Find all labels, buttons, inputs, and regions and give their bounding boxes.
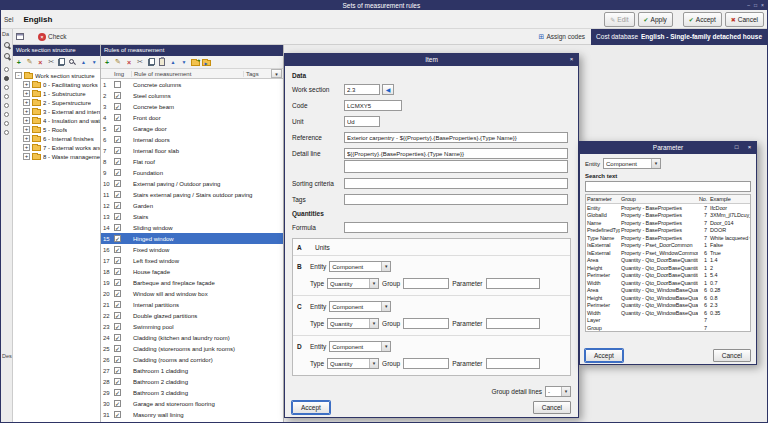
rule-checkbox[interactable]: ✓ (114, 180, 121, 187)
detail-line-input[interactable] (344, 148, 568, 159)
rule-checkbox[interactable]: ✓ (114, 400, 121, 407)
parameter-row[interactable]: Type NameProperty - BaseProperties7White… (586, 234, 750, 242)
rule-row[interactable]: 16✓Fixed window (101, 244, 283, 255)
rule-checkbox[interactable]: ✓ (114, 246, 121, 253)
view-option-radio[interactable] (4, 67, 9, 72)
close-icon[interactable]: × (743, 142, 756, 154)
type-select[interactable]: Quantity ▾ (327, 278, 379, 289)
view-option-radio[interactable] (4, 121, 9, 126)
copy-icon[interactable] (146, 57, 156, 68)
expand-icon[interactable]: + (23, 81, 30, 88)
cut-icon[interactable]: ✂ (46, 57, 56, 68)
rule-row[interactable]: 26✓Cladding (rooms and corridor) (101, 354, 283, 365)
move-up-icon[interactable]: ▲ (79, 57, 89, 68)
reference-input[interactable] (344, 132, 568, 143)
expand-icon[interactable]: + (23, 108, 30, 115)
parameter-row[interactable]: PerimeterQuantity - Qto_WindowBaseQuanti… (586, 302, 750, 310)
tags-input[interactable] (344, 194, 568, 205)
group-input[interactable] (403, 318, 449, 329)
rule-checkbox[interactable]: ✓ (114, 356, 121, 363)
code-input[interactable] (344, 100, 402, 111)
move-up-icon[interactable]: ▲ (168, 57, 178, 68)
detail-line-input-2[interactable] (344, 160, 568, 173)
tree-item[interactable]: +4 - Insulation and waterproofing (13, 116, 100, 125)
rule-checkbox[interactable]: ✓ (114, 378, 121, 385)
rule-row[interactable]: 7✓Internal floor slab (101, 145, 283, 156)
parameter-row[interactable]: IsExternalProperty - Pset_DoorCommon1Fal… (586, 242, 750, 250)
maximize-icon[interactable]: □ (754, 1, 757, 10)
parameter-row[interactable]: EntityProperty - BaseProperties7IfcDoor (586, 204, 750, 212)
rule-checkbox[interactable]: ✓ (114, 202, 121, 209)
parameter-row[interactable]: WidthQuantity - Qto_WindowBaseQuantities… (586, 309, 750, 317)
group-detail-lines-select[interactable]: - ▾ (545, 386, 571, 397)
rule-row[interactable]: 25✓Cladding (storerooms and junk rooms) (101, 343, 283, 354)
rule-checkbox[interactable]: ✓ (114, 136, 121, 143)
paste-icon[interactable] (157, 57, 167, 68)
rule-checkbox[interactable]: ✓ (114, 169, 121, 176)
parameter-row[interactable]: AreaQuantity - Qto_DoorBaseQuantities11.… (586, 257, 750, 265)
rule-row[interactable]: 30✓Garage and storeroom flooring (101, 398, 283, 409)
rule-checkbox[interactable]: ✓ (114, 103, 121, 110)
rule-row[interactable]: 31✓Masonry wall lining (101, 409, 283, 420)
rule-checkbox[interactable]: ✓ (114, 235, 121, 242)
rule-row[interactable]: 19✓Barbeque and fireplace façade (101, 277, 283, 288)
rule-row[interactable]: 11✓Stairs external paving / Stairs outdo… (101, 189, 283, 200)
tree-item[interactable]: -Work section structure (13, 71, 100, 80)
rule-row[interactable]: 28✓Bathroom 2 cladding (101, 376, 283, 387)
close-icon[interactable]: × (565, 54, 578, 66)
delete-icon[interactable]: × (36, 57, 46, 68)
rule-checkbox[interactable]: ✓ (114, 312, 121, 319)
rule-row[interactable]: 10✓External paving / Outdoor paving (101, 178, 283, 189)
copy-icon[interactable] (57, 57, 67, 68)
rule-checkbox[interactable]: ✓ (114, 345, 121, 352)
entity-select[interactable]: Component ▾ (329, 301, 391, 312)
rule-row[interactable]: 12✓Garden (101, 200, 283, 211)
maximize-icon[interactable]: □ (730, 142, 743, 154)
item-accept-button[interactable]: Accept (292, 401, 330, 414)
collapse-icon[interactable]: - (15, 72, 22, 79)
parameter-input[interactable] (486, 278, 540, 289)
expand-icon[interactable]: + (23, 90, 30, 97)
add-icon[interactable]: + (102, 57, 112, 68)
rule-checkbox[interactable]: ✓ (114, 301, 121, 308)
rule-row[interactable]: 15✓Hinged window (101, 233, 283, 244)
check-button[interactable]: × Check (38, 33, 66, 41)
tree-item[interactable]: +0 - Facilitating works (13, 80, 100, 89)
parameter-row[interactable]: PerimeterQuantity - Qto_DoorBaseQuantiti… (586, 272, 750, 280)
rule-checkbox[interactable]: ✓ (114, 224, 121, 231)
delete-icon[interactable]: × (124, 57, 134, 68)
rule-checkbox[interactable]: ✓ (114, 367, 121, 374)
magnifier-icon[interactable] (4, 42, 10, 48)
tree-item[interactable]: +5 - Roofs (13, 125, 100, 134)
dock-tab-top[interactable]: Da (1, 29, 12, 37)
assign-codes-button[interactable]: ⊞ Assign codes (539, 33, 586, 41)
type-select[interactable]: Quantity ▾ (327, 318, 379, 329)
parameter-cancel-button[interactable]: Cancel (713, 349, 751, 362)
formula-input[interactable] (344, 222, 568, 233)
edit-button[interactable]: ✎ Edit (604, 12, 634, 27)
search-icon[interactable] (68, 57, 78, 68)
rule-row[interactable]: 21✓Internal partitions (101, 299, 283, 310)
search-text-input[interactable] (585, 181, 751, 192)
view-option-radio[interactable] (4, 94, 9, 99)
work-section-input[interactable] (344, 84, 380, 95)
parameter-row[interactable]: PredefinedTypeProperty - BaseProperties7… (586, 227, 750, 235)
rule-row[interactable]: 13✓Stairs (101, 211, 283, 222)
parameter-row[interactable]: HeightQuantity - Qto_WindowBaseQuantitie… (586, 294, 750, 302)
rule-row[interactable]: 22✓Double glazed partitions (101, 310, 283, 321)
parameter-input[interactable] (486, 358, 540, 369)
parameter-accept-button[interactable]: Accept (585, 349, 623, 362)
rule-row[interactable]: 6✓Internal doors (101, 134, 283, 145)
rule-checkbox[interactable]: ✓ (114, 92, 121, 99)
expand-icon[interactable]: + (23, 99, 30, 106)
parameter-row[interactable]: WidthQuantity - Qto_DoorBaseQuantities10… (586, 279, 750, 287)
parameter-row[interactable]: GlobalIdProperty - BaseProperties73XMm_j… (586, 212, 750, 220)
rule-checkbox[interactable]: ✓ (114, 411, 121, 418)
tree-item[interactable]: +6 - Internal finishes (13, 134, 100, 143)
dock-tab-bottom[interactable]: Des (2, 353, 12, 359)
rule-row[interactable]: 27✓Bathroom 1 cladding (101, 365, 283, 376)
panel-toggle-icon[interactable] (16, 33, 24, 40)
pick-work-section-button[interactable]: ◀ (382, 84, 394, 95)
quantity-row-a[interactable]: A Units (293, 239, 570, 256)
rule-checkbox[interactable]: ✓ (114, 125, 121, 132)
